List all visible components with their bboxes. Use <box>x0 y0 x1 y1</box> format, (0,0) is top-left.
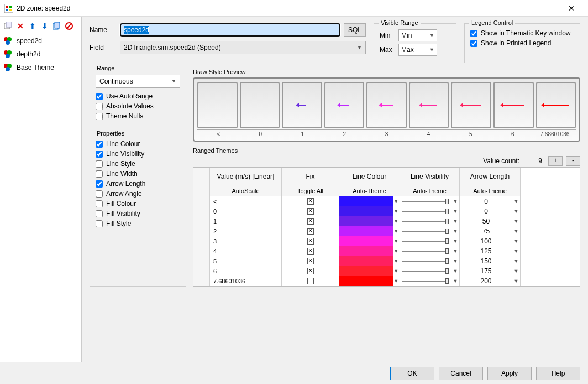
visibility-cell[interactable]: ▼ <box>400 226 460 236</box>
fix-cell[interactable]: ✕ <box>282 246 339 256</box>
use-autorange-checkbox[interactable]: Use AutoRange <box>96 92 180 100</box>
visibility-cell[interactable]: ▼ <box>400 236 460 246</box>
col-visibility[interactable]: Line Visibility <box>400 168 460 185</box>
col-fix[interactable]: Fix <box>282 168 339 185</box>
property-line-visibility[interactable]: Line Visibility <box>96 150 180 158</box>
fix-cell[interactable]: ✕ <box>282 216 339 226</box>
row-header[interactable] <box>193 256 210 266</box>
show-printed-legend-checkbox[interactable]: Show in Printed Legend <box>470 39 574 47</box>
row-header[interactable] <box>193 226 210 236</box>
property-fill-style[interactable]: Fill Style <box>96 220 180 227</box>
fix-cell[interactable]: ✕ <box>282 256 339 266</box>
row-header[interactable] <box>193 246 210 256</box>
fix-cell[interactable]: ✕ <box>282 226 339 236</box>
property-line-width[interactable]: Line Width <box>96 170 180 178</box>
col-arrow[interactable]: Arrow Length <box>460 168 521 185</box>
help-button[interactable]: Help <box>536 367 580 380</box>
property-line-style[interactable]: Line Style <box>96 160 180 168</box>
colour-cell[interactable]: ▼ <box>339 276 400 286</box>
value-cell[interactable]: 6 <box>210 266 282 276</box>
show-thematic-key-checkbox[interactable]: Show in Thematic Key window <box>470 29 574 37</box>
colour-cell[interactable]: ▼ <box>339 226 400 236</box>
copy-icon[interactable] <box>52 21 62 31</box>
max-select[interactable]: Max▼ <box>398 44 437 56</box>
value-cell[interactable]: 2 <box>210 226 282 236</box>
colour-cell[interactable]: ▼ <box>339 246 400 256</box>
row-header[interactable] <box>193 216 210 226</box>
row-header[interactable] <box>193 236 210 246</box>
value-count-plus[interactable]: + <box>548 156 563 166</box>
value-cell[interactable]: 3 <box>210 236 282 246</box>
sub-vis-auto[interactable]: Auto-Theme <box>400 185 460 196</box>
absolute-values-checkbox[interactable]: Absolute Values <box>96 102 180 110</box>
down-icon[interactable]: ⬇ <box>40 21 50 31</box>
property-fill-colour[interactable]: Fill Colour <box>96 200 180 207</box>
visibility-cell[interactable]: ▼ <box>400 216 460 226</box>
value-cell[interactable]: 7.68601036 <box>210 276 282 286</box>
arrow-length-cell[interactable]: 200▼ <box>460 276 521 286</box>
sub-arrow-auto[interactable]: Auto-Theme <box>460 185 521 196</box>
min-select[interactable]: Min▼ <box>398 29 437 41</box>
name-input[interactable] <box>120 23 340 37</box>
value-cell[interactable]: 1 <box>210 216 282 226</box>
arrow-length-cell[interactable]: 150▼ <box>460 256 521 266</box>
fix-cell[interactable]: ✕ <box>282 196 339 206</box>
arrow-length-cell[interactable]: 175▼ <box>460 266 521 276</box>
cancel-button[interactable]: Cancel <box>439 367 483 380</box>
value-cell[interactable]: < <box>210 196 282 206</box>
row-header[interactable] <box>193 276 210 286</box>
visibility-cell[interactable]: ▼ <box>400 276 460 286</box>
visibility-cell[interactable]: ▼ <box>400 266 460 276</box>
arrow-length-cell[interactable]: 100▼ <box>460 236 521 246</box>
sidebar-item-base-theme[interactable]: Base Theme <box>0 61 81 74</box>
colour-cell[interactable]: ▼ <box>339 206 400 216</box>
sub-autoscale[interactable]: AutoScale <box>210 185 282 196</box>
row-header[interactable] <box>193 266 210 276</box>
property-line-colour[interactable]: Line Colour <box>96 140 180 148</box>
visibility-cell[interactable]: ▼ <box>400 196 460 206</box>
value-cell[interactable]: 4 <box>210 246 282 256</box>
fix-cell[interactable] <box>282 276 339 286</box>
ok-button[interactable]: OK <box>390 367 434 380</box>
apply-button[interactable]: Apply <box>487 367 532 380</box>
property-arrow-angle[interactable]: Arrow Angle <box>96 190 180 198</box>
arrow-length-cell[interactable]: 0▼ <box>460 196 521 206</box>
close-button[interactable]: ✕ <box>559 4 584 13</box>
colour-cell[interactable]: ▼ <box>339 266 400 276</box>
colour-cell[interactable]: ▼ <box>339 196 400 206</box>
col-colour[interactable]: Line Colour <box>339 168 400 185</box>
property-fill-visibility[interactable]: Fill Visibility <box>96 210 180 217</box>
row-header[interactable] <box>193 196 210 206</box>
theme-nulls-checkbox[interactable]: Theme Nulls <box>96 112 180 120</box>
visibility-cell[interactable]: ▼ <box>400 256 460 266</box>
sub-colour-auto[interactable]: Auto-Theme <box>339 185 400 196</box>
visibility-cell[interactable]: ▼ <box>400 246 460 256</box>
field-select[interactable]: 2DTriangle.sim.speed2d (Speed) ▼ <box>120 41 366 54</box>
fix-cell[interactable]: ✕ <box>282 236 339 246</box>
colour-cell[interactable]: ▼ <box>339 236 400 246</box>
colour-cell[interactable]: ▼ <box>339 256 400 266</box>
value-cell[interactable]: 5 <box>210 256 282 266</box>
range-mode-select[interactable]: Continuous▼ <box>96 75 180 88</box>
row-header[interactable] <box>193 206 210 216</box>
sidebar-item-speed2d[interactable]: speed2d <box>0 34 81 48</box>
forbid-icon[interactable] <box>64 21 74 31</box>
fix-cell[interactable]: ✕ <box>282 266 339 276</box>
arrow-length-cell[interactable]: 75▼ <box>460 226 521 236</box>
colour-cell[interactable]: ▼ <box>339 216 400 226</box>
arrow-length-cell[interactable]: 0▼ <box>460 206 521 216</box>
property-arrow-length[interactable]: Arrow Length <box>96 180 180 188</box>
visibility-cell[interactable]: ▼ <box>400 206 460 216</box>
delete-icon[interactable]: ✕ <box>15 21 25 31</box>
up-icon[interactable]: ⬆ <box>28 21 38 31</box>
value-cell[interactable]: 0 <box>210 206 282 216</box>
arrow-length-cell[interactable]: 125▼ <box>460 246 521 256</box>
sidebar-item-depth2d[interactable]: depth2d <box>0 48 81 61</box>
add-icon[interactable] <box>3 21 13 31</box>
arrow-length-cell[interactable]: 50▼ <box>460 216 521 226</box>
sql-button[interactable]: SQL <box>344 23 366 37</box>
col-value[interactable]: Value (m/s) [Linear] <box>210 168 282 185</box>
value-count-minus[interactable]: - <box>566 156 580 166</box>
sub-toggle-all[interactable]: Toggle All <box>282 185 339 196</box>
fix-cell[interactable]: ✕ <box>282 206 339 216</box>
